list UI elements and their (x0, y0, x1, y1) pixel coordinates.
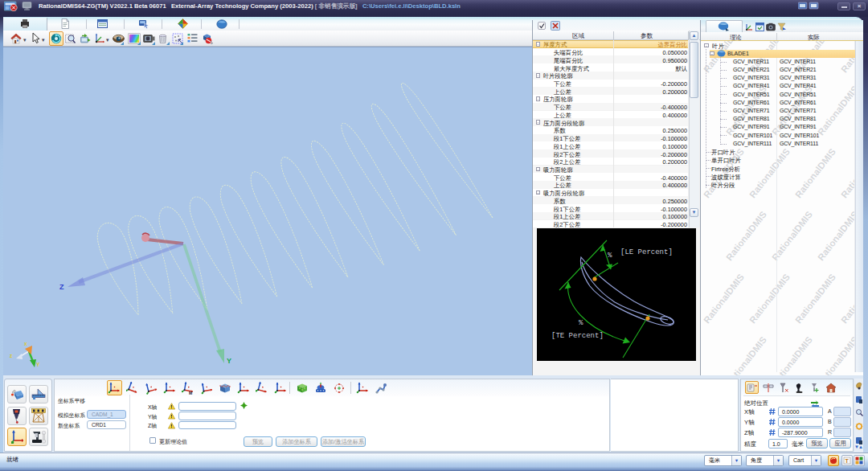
svg-text:x: x (24, 341, 27, 346)
svg-text:Y: Y (36, 362, 40, 367)
svg-text:%: % (579, 319, 583, 327)
svg-text:%: % (608, 252, 612, 260)
svg-text:T: T (845, 458, 850, 464)
svg-text:[TE Percent]: [TE Percent] (551, 332, 604, 340)
svg-text:M: M (189, 391, 192, 395)
svg-text:z: z (10, 353, 13, 358)
svg-text:Y: Y (227, 357, 231, 365)
svg-text:Z: Z (59, 283, 64, 291)
svg-text:[LE Percent]: [LE Percent] (620, 248, 673, 256)
